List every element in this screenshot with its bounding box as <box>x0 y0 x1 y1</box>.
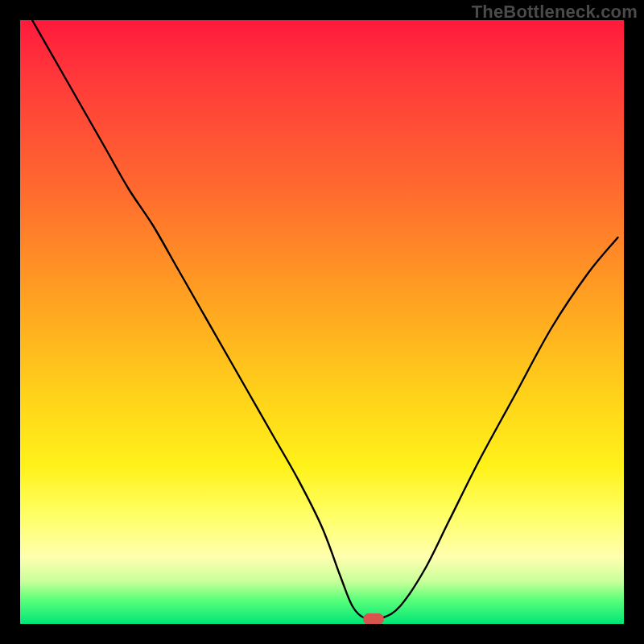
chart-area <box>20 20 624 624</box>
bottleneck-curve <box>20 20 624 624</box>
sweet-spot-marker <box>363 613 384 624</box>
watermark: TheBottleneck.com <box>472 2 638 23</box>
